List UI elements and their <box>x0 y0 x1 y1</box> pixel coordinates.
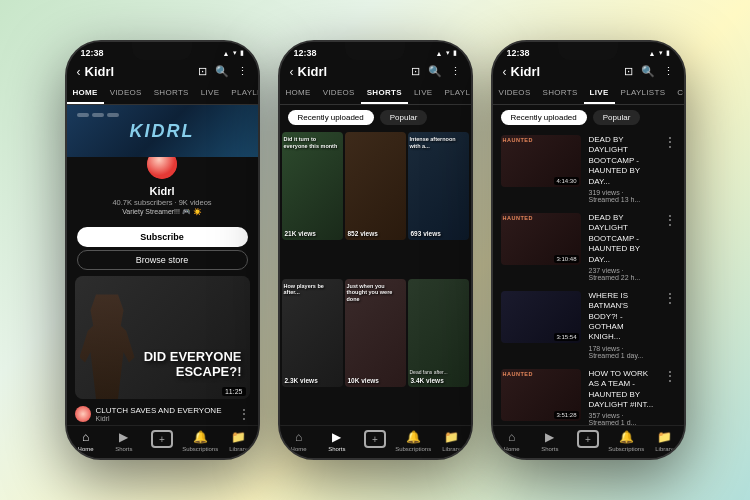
short-item-5[interactable]: Just when you thought you were done 10K … <box>345 279 406 387</box>
bottom3-create[interactable]: + <box>569 430 607 452</box>
short-item-2[interactable]: 852 views <box>345 132 406 240</box>
tab-bar-1: HOME VIDEOS SHORTS LIVE PLAYLI… <box>67 83 258 105</box>
list-item-3[interactable]: 3:15:54 WHERE IS BATMAN'S BODY?! - GOTHA… <box>493 286 684 364</box>
tab2-shorts[interactable]: SHORTS <box>361 83 408 104</box>
cast-icon-2[interactable]: ⊡ <box>411 65 420 78</box>
notch-3 <box>558 42 618 60</box>
tab2-playlists[interactable]: PLAYLI… <box>438 83 470 104</box>
home-icon-3: ⌂ <box>508 430 515 444</box>
thumb-2: HAUNTED 3:10:48 <box>501 213 581 265</box>
short-item-4[interactable]: How players be after... 2.3K views <box>282 279 343 387</box>
channel-title-1: Kidrl <box>85 64 198 79</box>
bottom-nav-shorts[interactable]: ▶ Shorts <box>105 430 143 452</box>
short-item-3[interactable]: Intense afternoon with a... 693 views <box>408 132 469 240</box>
subscriptions-label: Subscriptions <box>182 446 218 452</box>
duration-3: 3:15:54 <box>554 333 578 341</box>
cast-icon[interactable]: ⊡ <box>198 65 207 78</box>
tab3-community[interactable]: COMMU… <box>671 83 683 104</box>
nav-header-2: ‹ Kidrl ⊡ 🔍 ⋮ <box>280 60 471 83</box>
filter-recent[interactable]: Recently uploaded <box>288 110 374 125</box>
bottom2-shorts[interactable]: ▶ Shorts <box>318 430 356 452</box>
short-views-2: 852 views <box>348 230 378 237</box>
short-text-5: Just when you thought you were done <box>347 283 404 303</box>
search-icon-3[interactable]: 🔍 <box>641 65 655 78</box>
search-icon[interactable]: 🔍 <box>215 65 229 78</box>
library-label: Library <box>229 446 247 452</box>
bottom-nav-home[interactable]: ⌂ Home <box>67 430 105 452</box>
shorts-filters: Recently uploaded Popular <box>280 105 471 130</box>
tab-playlists[interactable]: PLAYLI… <box>225 83 257 104</box>
list-item-2[interactable]: HAUNTED 3:10:48 DEAD BY DAYLIGHT BOOTCAM… <box>493 208 684 286</box>
video-meta: CLUTCH SAVES AND EVERYONE Kidrl ⋮ <box>67 403 258 425</box>
haunt-logo-2: HAUNTED <box>503 215 533 221</box>
phone-frame-1: 12:38 ▲ ▾ ▮ ‹ Kidrl ⊡ 🔍 ⋮ HOME <box>65 40 260 460</box>
short-item-1[interactable]: Did it turn to everyone this month 21K v… <box>282 132 343 240</box>
status-icons-1: ▲ ▾ ▮ <box>223 49 244 57</box>
back-button-2[interactable]: ‹ <box>290 65 294 79</box>
shorts-label-2: Shorts <box>328 446 345 452</box>
banner-channel-name: KiDRL <box>130 121 195 142</box>
browse-store-button[interactable]: Browse store <box>77 250 248 270</box>
wifi-icon-2: ▾ <box>446 49 450 57</box>
library-icon-3: 📁 <box>657 430 672 444</box>
tab2-home[interactable]: HOME <box>280 83 317 104</box>
shorts-label-3: Shorts <box>541 446 558 452</box>
more-icon-3[interactable]: ⋮ <box>663 65 674 78</box>
phone-frame-3: 12:38 ▲ ▾ ▮ ‹ Kidrl ⊡ 🔍 ⋮ VIDEOS <box>491 40 686 460</box>
back-button-3[interactable]: ‹ <box>503 65 507 79</box>
short-views-5: 10K views <box>348 377 379 384</box>
tab3-videos[interactable]: VIDEOS <box>493 83 537 104</box>
tab2-videos[interactable]: VIDEOS <box>317 83 361 104</box>
live-filter-popular[interactable]: Popular <box>593 110 641 125</box>
duration-4: 3:51:28 <box>554 411 578 419</box>
back-button-1[interactable]: ‹ <box>77 65 81 79</box>
screen-1: 12:38 ▲ ▾ ▮ ‹ Kidrl ⊡ 🔍 ⋮ HOME <box>67 42 258 458</box>
video-meta-title: CLUTCH SAVES AND EVERYONE <box>96 406 238 415</box>
time-3: 12:38 <box>507 48 530 58</box>
video-more-4[interactable]: ⋮ <box>664 369 676 383</box>
tab-shorts[interactable]: SHORTS <box>148 83 195 104</box>
tab3-live[interactable]: LIVE <box>584 83 615 104</box>
subscribe-button[interactable]: Subscribe <box>77 227 248 247</box>
tab-videos[interactable]: VIDEOS <box>104 83 148 104</box>
video-meta-1: 319 views · Streamed 13 h... <box>589 189 656 203</box>
video-more-icon[interactable]: ⋮ <box>238 407 250 421</box>
banner-decoration <box>77 113 119 117</box>
bottom2-create[interactable]: + <box>356 430 394 452</box>
bottom2-library[interactable]: 📁 Library <box>432 430 470 452</box>
more-icon-2[interactable]: ⋮ <box>450 65 461 78</box>
more-icon[interactable]: ⋮ <box>237 65 248 78</box>
library-label-3: Library <box>655 446 673 452</box>
phone-frame-2: 12:38 ▲ ▾ ▮ ‹ Kidrl ⊡ 🔍 ⋮ HOME <box>278 40 473 460</box>
duration-1: 4:14:30 <box>554 177 578 185</box>
tab-bar-2: HOME VIDEOS SHORTS LIVE PLAYLI… <box>280 83 471 105</box>
list-item-4[interactable]: HAUNTED 3:51:28 HOW TO WORK AS A TEAM - … <box>493 364 684 425</box>
bottom3-subscriptions[interactable]: 🔔 Subscriptions <box>607 430 645 452</box>
featured-video[interactable]: DID EVERYONE ESCAPE?! 11:25 <box>75 276 250 399</box>
bottom-nav-create[interactable]: + <box>143 430 181 452</box>
video-more-2[interactable]: ⋮ <box>664 213 676 227</box>
bottom-nav-subscriptions[interactable]: 🔔 Subscriptions <box>181 430 219 452</box>
bottom3-shorts[interactable]: ▶ Shorts <box>531 430 569 452</box>
tab-home[interactable]: HOME <box>67 83 104 104</box>
tab3-playlists[interactable]: PLAYLISTS <box>615 83 672 104</box>
search-icon-2[interactable]: 🔍 <box>428 65 442 78</box>
list-item-1[interactable]: HAUNTED 4:14:30 DEAD BY DAYLIGHT BOOTCAM… <box>493 130 684 208</box>
short-item-6[interactable]: Dead fans after... 3.4K views <box>408 279 469 387</box>
nav-icons-3: ⊡ 🔍 ⋮ <box>624 65 674 78</box>
bottom2-subscriptions[interactable]: 🔔 Subscriptions <box>394 430 432 452</box>
live-filter-recent[interactable]: Recently uploaded <box>501 110 587 125</box>
tab2-live[interactable]: LIVE <box>408 83 439 104</box>
bottom3-library[interactable]: 📁 Library <box>645 430 683 452</box>
bottom-nav-library[interactable]: 📁 Library <box>219 430 257 452</box>
bottom2-home[interactable]: ⌂ Home <box>280 430 318 452</box>
create-icon-2: + <box>364 430 386 448</box>
tab-live[interactable]: LIVE <box>195 83 226 104</box>
cast-icon-3[interactable]: ⊡ <box>624 65 633 78</box>
tab3-shorts[interactable]: SHORTS <box>537 83 584 104</box>
bottom3-home[interactable]: ⌂ Home <box>493 430 531 452</box>
video-title-4: HOW TO WORK AS A TEAM - HAUNTED BY DAYLI… <box>589 369 656 411</box>
filter-popular[interactable]: Popular <box>380 110 428 125</box>
video-more-1[interactable]: ⋮ <box>664 135 676 149</box>
video-more-3[interactable]: ⋮ <box>664 291 676 305</box>
